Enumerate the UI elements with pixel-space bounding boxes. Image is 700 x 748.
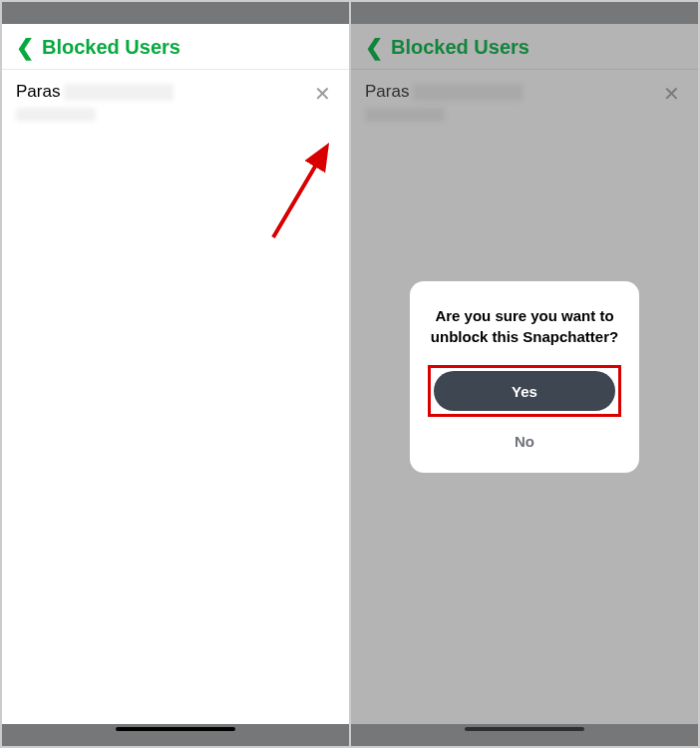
- no-button[interactable]: No: [515, 433, 534, 450]
- redacted-username: [365, 108, 445, 122]
- dialog-message: Are you sure you want to unblock this Sn…: [428, 305, 621, 347]
- status-bar: [351, 2, 698, 24]
- user-row: Paras ✕: [2, 70, 349, 130]
- screen-right: ❮ Blocked Users Paras ✕ Are you sure you…: [350, 1, 699, 747]
- blocked-users-list: Paras ✕: [2, 70, 349, 724]
- unblock-x-icon[interactable]: ✕: [659, 82, 684, 106]
- header: ❮ Blocked Users: [351, 24, 698, 70]
- annotation-yes-highlight: Yes: [428, 365, 621, 417]
- unblock-confirm-dialog: Are you sure you want to unblock this Sn…: [410, 281, 639, 473]
- svg-line-1: [273, 150, 325, 237]
- user-info: Paras: [365, 82, 659, 122]
- back-chevron-icon[interactable]: ❮: [16, 37, 34, 59]
- redacted-name: [64, 84, 174, 101]
- dialog-overlay: Are you sure you want to unblock this Sn…: [351, 70, 698, 724]
- yes-button[interactable]: Yes: [434, 371, 615, 411]
- user-name: Paras: [365, 82, 409, 102]
- user-name: Paras: [16, 82, 60, 102]
- redacted-username: [16, 108, 96, 122]
- annotation-arrow-icon: [263, 138, 343, 247]
- header: ❮ Blocked Users: [2, 24, 349, 70]
- status-bar: [2, 2, 349, 24]
- user-info: Paras: [16, 82, 310, 122]
- blocked-users-list: Paras ✕ Are you sure you want to unblock…: [351, 70, 698, 724]
- unblock-x-icon[interactable]: ✕: [310, 82, 335, 106]
- home-indicator: [465, 727, 584, 731]
- page-title: Blocked Users: [391, 36, 529, 59]
- redacted-name: [413, 84, 523, 101]
- screen-left: ❮ Blocked Users Paras ✕: [1, 1, 350, 747]
- back-chevron-icon[interactable]: ❮: [365, 37, 383, 59]
- bottom-bar: [351, 724, 698, 746]
- home-indicator: [116, 727, 235, 731]
- user-row: Paras ✕: [351, 70, 698, 130]
- bottom-bar: [2, 724, 349, 746]
- page-title: Blocked Users: [42, 36, 180, 59]
